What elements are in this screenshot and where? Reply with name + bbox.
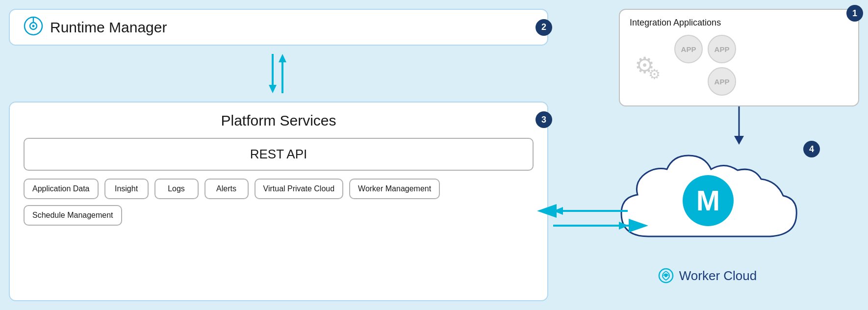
- service-item-insight: Insight: [104, 179, 149, 199]
- main-diagram: Runtime Manager 2 3 Platform Services RE…: [0, 0, 868, 310]
- worker-cloud-badge: 4: [803, 141, 820, 157]
- runtime-manager-icon: [24, 16, 43, 39]
- left-area: Runtime Manager 2 3 Platform Services RE…: [9, 9, 548, 301]
- down-arrow: [724, 106, 754, 146]
- right-area: 1 Integration Applications ⚙ ⚙ APP APP A…: [555, 9, 859, 284]
- worker-cloud-title: Worker Cloud: [679, 268, 757, 284]
- svg-marker-7: [279, 54, 286, 62]
- worker-cloud-label: Worker Cloud: [658, 267, 757, 284]
- service-item-vpc: Virtual Private Cloud: [255, 179, 344, 199]
- app-circle-1: APP: [674, 35, 703, 63]
- worker-cloud-svg: M: [614, 146, 800, 263]
- service-items-row: Application Data Insight Logs Alerts Vir…: [24, 179, 534, 226]
- bidirectional-arrow-area: [9, 52, 548, 96]
- service-item-worker-management: Worker Management: [349, 179, 440, 199]
- svg-marker-9: [734, 136, 744, 145]
- rest-api-box: REST API: [24, 138, 534, 171]
- bidirectional-arrows: [259, 52, 298, 96]
- gear-icon-large: ⚙ ⚙: [635, 52, 655, 78]
- service-item-application-data: Application Data: [24, 179, 99, 199]
- svg-marker-5: [269, 85, 277, 93]
- worker-cloud-area: 4 M: [555, 146, 859, 284]
- runtime-manager-badge: 2: [536, 19, 552, 36]
- integration-icons: ⚙ ⚙ APP APP APP: [630, 35, 848, 96]
- service-item-logs: Logs: [154, 179, 199, 199]
- svg-text:M: M: [696, 184, 720, 216]
- rest-api-label: REST API: [250, 147, 307, 161]
- worker-cloud-icon: [658, 267, 674, 284]
- integration-title: Integration Applications: [630, 18, 848, 28]
- svg-point-2: [32, 25, 35, 27]
- svg-point-13: [664, 274, 667, 277]
- runtime-manager-title: Runtime Manager: [50, 19, 167, 36]
- platform-services-box: 3 Platform Services REST API Application…: [9, 102, 548, 301]
- platform-services-title: Platform Services: [24, 112, 534, 129]
- integration-badge: 1: [846, 5, 863, 22]
- runtime-manager-box: Runtime Manager 2: [9, 9, 548, 46]
- service-item-schedule-management: Schedule Management: [24, 205, 122, 226]
- down-arrow-container: [619, 106, 859, 146]
- service-item-alerts: Alerts: [204, 179, 249, 199]
- app-circle-3: APP: [708, 67, 736, 96]
- gear-icon-small: ⚙: [648, 66, 661, 82]
- app-circle-2: APP: [708, 35, 736, 63]
- platform-services-badge: 3: [536, 111, 552, 128]
